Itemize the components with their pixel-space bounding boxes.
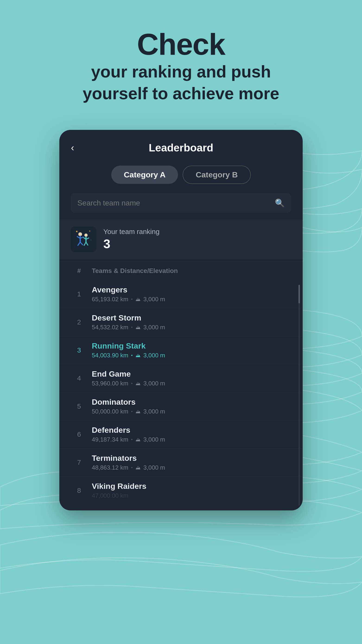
- team-details: Running Stark 54,003.90 km • ⛰ 3,000 m: [87, 341, 291, 359]
- rank-number: 6: [71, 430, 87, 438]
- team-stats: 65,193.02 km • ⛰ 3,000 m: [92, 296, 291, 303]
- team-details: Viking Raiders 47,000.00 km: [87, 482, 291, 499]
- table-team-header: Teams & Distance/Elevation: [87, 267, 291, 274]
- table-row[interactable]: 4 End Game 53,960.00 km • ⛰ 3,000 m: [59, 364, 303, 392]
- mountain-icon: ⛰: [136, 296, 141, 302]
- team-stats: 48,863.12 km • ⛰ 3,000 m: [92, 464, 291, 471]
- table-row[interactable]: 7 Terminators 48,863.12 km • ⛰ 3,000 m: [59, 448, 303, 476]
- team-stats: 49,187.34 km • ⛰ 3,000 m: [92, 436, 291, 443]
- team-details: Terminators 48,863.12 km • ⛰ 3,000 m: [87, 454, 291, 471]
- tab-category-b[interactable]: Category B: [183, 166, 251, 184]
- team-details: Dominators 50,000.00 km • ⛰ 3,000 m: [87, 398, 291, 415]
- search-container: 🔍: [59, 191, 303, 217]
- tab-category-a[interactable]: Category A: [111, 166, 178, 184]
- headline-subtitle: your ranking and push yourself to achiev…: [83, 61, 279, 104]
- svg-text:★: ★: [75, 230, 78, 233]
- team-info: Your team ranking 3: [103, 228, 291, 251]
- table-row[interactable]: 6 Defenders 49,187.34 km • ⛰ 3,000 m: [59, 420, 303, 448]
- rank-number: 4: [71, 374, 87, 382]
- team-name: Running Stark: [92, 341, 291, 350]
- table-header: # Teams & Distance/Elevation: [59, 261, 303, 280]
- headline-check: Check: [83, 28, 279, 61]
- team-ranking-number: 3: [103, 236, 291, 251]
- team-stats: 47,000.00 km: [92, 492, 291, 499]
- rank-number: 1: [71, 290, 87, 298]
- table-row[interactable]: 5 Dominators 50,000.00 km • ⛰ 3,000 m: [59, 392, 303, 420]
- rank-number: 5: [71, 402, 87, 410]
- team-name: Avengers: [92, 285, 291, 294]
- rank-number: 3: [71, 346, 87, 354]
- table-rank-header: #: [71, 267, 87, 274]
- team-name: Dominators: [92, 398, 291, 406]
- team-name: Terminators: [92, 454, 291, 463]
- app-header: ‹ Leaderboard: [59, 130, 303, 161]
- table-row[interactable]: 1 Avengers 65,193.02 km • ⛰ 3,000 m: [59, 280, 303, 308]
- team-stats: 54,003.90 km • ⛰ 3,000 m: [92, 352, 291, 359]
- mountain-icon: ⛰: [136, 352, 141, 358]
- scrollbar-track[interactable]: [299, 285, 300, 506]
- team-name: Desert Storm: [92, 313, 291, 322]
- table-row[interactable]: 2 Desert Storm 54,532.02 km • ⛰ 3,000 m: [59, 308, 303, 336]
- team-name: End Game: [92, 370, 291, 378]
- team-ranking-label: Your team ranking: [103, 228, 291, 236]
- team-avatar: ★ ✦ •: [71, 226, 96, 252]
- mountain-icon: ⛰: [136, 324, 141, 330]
- mountain-icon: ⛰: [136, 380, 141, 386]
- team-details: End Game 53,960.00 km • ⛰ 3,000 m: [87, 370, 291, 387]
- svg-text:✦: ✦: [89, 230, 91, 232]
- team-name: Viking Raiders: [92, 482, 291, 491]
- team-details: Defenders 49,187.34 km • ⛰ 3,000 m: [87, 426, 291, 443]
- headline-section: Check your ranking and push yourself to …: [83, 28, 279, 104]
- leaderboard-list: 1 Avengers 65,193.02 km • ⛰ 3,000 m 2 De…: [59, 280, 303, 510]
- team-stats: 54,532.02 km • ⛰ 3,000 m: [92, 324, 291, 331]
- search-input[interactable]: [77, 199, 275, 207]
- table-row[interactable]: 8 Viking Raiders 47,000.00 km: [59, 476, 303, 501]
- team-stats: 53,960.00 km • ⛰ 3,000 m: [92, 380, 291, 387]
- svg-text:•: •: [91, 239, 91, 241]
- team-ranking-banner: ★ ✦ • Your team ranking 3: [59, 220, 303, 259]
- search-icon: 🔍: [275, 198, 285, 208]
- mountain-icon: ⛰: [136, 437, 141, 443]
- team-stats: 50,000.00 km • ⛰ 3,000 m: [92, 408, 291, 415]
- app-title: Leaderboard: [149, 142, 213, 154]
- mountain-icon: ⛰: [136, 465, 141, 471]
- team-name: Defenders: [92, 426, 291, 434]
- team-details: Desert Storm 54,532.02 km • ⛰ 3,000 m: [87, 313, 291, 331]
- rank-number: 7: [71, 458, 87, 466]
- app-card: ‹ Leaderboard Category A Category B 🔍: [59, 130, 303, 510]
- search-bar: 🔍: [71, 193, 291, 213]
- category-tabs: Category A Category B: [59, 161, 303, 191]
- table-row[interactable]: 3 Running Stark 54,003.90 km • ⛰ 3,000 m: [59, 336, 303, 364]
- scrollbar-thumb: [299, 285, 300, 303]
- back-button[interactable]: ‹: [71, 142, 74, 153]
- mountain-icon: ⛰: [136, 408, 141, 415]
- team-details: Avengers 65,193.02 km • ⛰ 3,000 m: [87, 285, 291, 303]
- rank-number: 8: [71, 486, 87, 494]
- rank-number: 2: [71, 318, 87, 326]
